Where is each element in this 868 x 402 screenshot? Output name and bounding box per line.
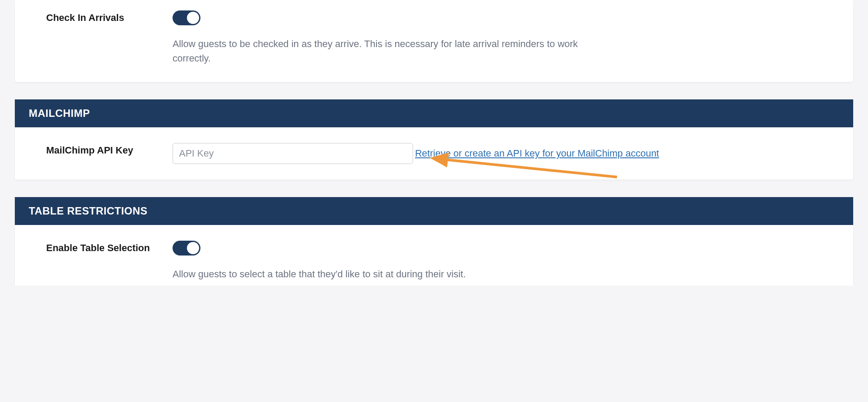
enable-table-label: Enable Table Selection	[46, 241, 173, 254]
svg-line-0	[445, 160, 617, 177]
mailchimp-header: MAILCHIMP	[15, 99, 853, 127]
table-restrictions-header: TABLE RESTRICTIONS	[15, 197, 853, 225]
mailchimp-row: MailChimp API Key Retrieve or create an …	[46, 143, 822, 164]
checkin-label: Check In Arrivals	[46, 10, 173, 24]
enable-table-row: Enable Table Selection Allow guests to s…	[46, 241, 822, 281]
toggle-knob-icon	[187, 242, 199, 254]
panel-mailchimp: MAILCHIMP MailChimp API Key Retrieve or …	[15, 99, 853, 180]
enable-table-toggle[interactable]	[173, 241, 200, 256]
panel-checkin-fragment: Check In Arrivals Allow guests to be che…	[15, 0, 853, 82]
checkin-toggle[interactable]	[173, 10, 200, 25]
checkin-help: Allow guests to be checked in as they ar…	[173, 37, 600, 65]
mailchimp-api-key-label: MailChimp API Key	[46, 143, 173, 156]
checkin-row: Check In Arrivals Allow guests to be che…	[46, 10, 822, 65]
enable-table-help: Allow guests to select a table that they…	[173, 267, 600, 281]
panel-table-restrictions: TABLE RESTRICTIONS Enable Table Selectio…	[15, 197, 853, 286]
toggle-knob-icon	[187, 12, 199, 24]
mailchimp-retrieve-link[interactable]: Retrieve or create an API key for your M…	[415, 148, 659, 159]
mailchimp-api-key-input[interactable]	[173, 143, 413, 164]
